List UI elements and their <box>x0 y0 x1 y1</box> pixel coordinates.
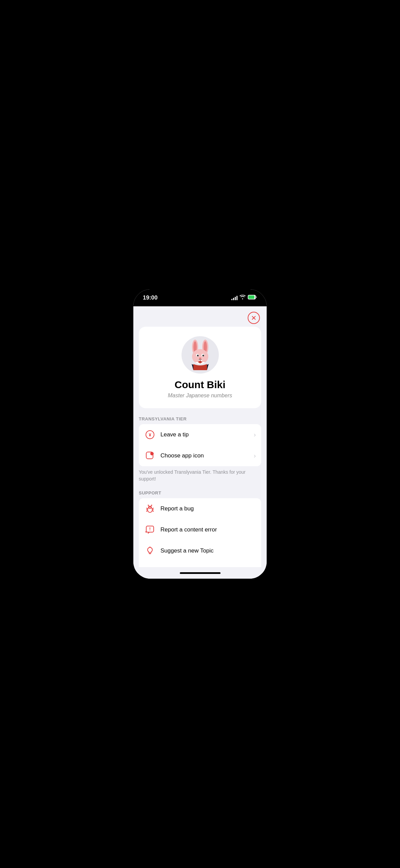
yen-icon: ¥ <box>144 429 156 440</box>
main-content: Count Biki Master Japanese numbers TRANS… <box>133 306 267 567</box>
battery-icon <box>248 295 257 301</box>
status-time: 19:00 <box>143 294 157 301</box>
chevron-right-icon: › <box>254 452 256 459</box>
support-section-label: SUPPORT <box>139 490 261 495</box>
smiley-icon <box>144 566 156 567</box>
app-subtitle: Master Japanese numbers <box>168 393 232 399</box>
home-indicator <box>133 567 267 579</box>
signal-icon <box>231 295 237 300</box>
wifi-icon <box>240 295 246 301</box>
status-bar: 19:00 <box>133 289 267 306</box>
leave-tip-item[interactable]: ¥ Leave a tip › <box>139 424 261 445</box>
report-content-label: Report a content error <box>160 526 256 533</box>
svg-point-31 <box>151 505 152 506</box>
suggest-topic-label: Suggest a new Topic <box>160 547 256 554</box>
app-character <box>185 340 215 370</box>
bug-icon <box>144 503 156 514</box>
lightbulb-icon <box>144 545 156 557</box>
svg-line-27 <box>152 511 154 511</box>
svg-line-25 <box>152 508 154 509</box>
close-button[interactable] <box>248 312 260 324</box>
svg-point-20 <box>148 507 152 512</box>
transylvania-hint: You've unlocked Translyvania Tier. Thank… <box>139 469 261 482</box>
phone-frame: 19:00 <box>133 289 267 579</box>
app-avatar <box>182 336 219 374</box>
status-icons <box>231 295 257 301</box>
svg-text:¥: ¥ <box>149 432 151 437</box>
svg-line-24 <box>146 511 148 511</box>
support-menu-group: Report a bug ! Report a content error <box>139 498 261 567</box>
choose-icon-label: Choose app icon <box>160 452 254 459</box>
home-bar <box>180 572 221 574</box>
transylvania-section-label: TRANSYLVANIA TIER <box>139 416 261 421</box>
close-btn-row <box>133 306 267 327</box>
svg-point-30 <box>148 505 149 506</box>
report-bug-label: Report a bug <box>160 505 256 512</box>
svg-text:!: ! <box>149 526 151 531</box>
svg-rect-35 <box>149 554 151 554</box>
report-bug-item[interactable]: Report a bug <box>139 498 261 519</box>
app-card: Count Biki Master Japanese numbers <box>139 327 261 408</box>
svg-point-12 <box>202 355 204 357</box>
chevron-right-icon: › <box>254 431 256 438</box>
exclamation-chat-icon: ! <box>144 524 156 536</box>
svg-rect-1 <box>248 295 254 299</box>
svg-point-11 <box>197 355 198 357</box>
choose-icon-item[interactable]: Choose app icon › <box>139 445 261 466</box>
nice-message-item[interactable]: Send the developer a nice message <box>139 561 261 567</box>
leave-tip-label: Leave a tip <box>160 431 254 438</box>
svg-point-19 <box>150 452 154 455</box>
app-icon-icon <box>144 450 156 462</box>
svg-rect-34 <box>149 553 151 554</box>
svg-line-22 <box>146 508 148 509</box>
svg-point-13 <box>199 358 201 359</box>
app-title: Count Biki <box>175 379 226 391</box>
transylvania-menu-group: ¥ Leave a tip › Choose app icon › <box>139 424 261 466</box>
suggest-topic-item[interactable]: Suggest a new Topic <box>139 540 261 561</box>
report-content-item[interactable]: ! Report a content error <box>139 519 261 540</box>
